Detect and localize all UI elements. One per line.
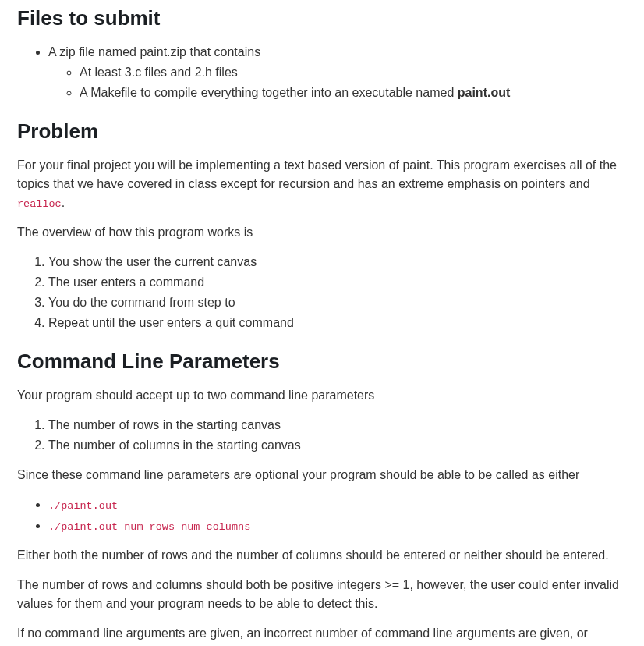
makefile-text: A Makefile to compile everything togethe… <box>80 86 458 99</box>
step-do-command: You do the command from step to <box>48 293 627 312</box>
step-enter-command: The user enters a command <box>48 273 627 292</box>
param-cols: The number of columns in the starting ca… <box>48 436 627 455</box>
cli-params-list: The number of rows in the starting canva… <box>17 416 627 455</box>
files-sub-cfiles: At least 3.c files and 2.h files <box>80 63 627 82</box>
files-sublist: At least 3.c files and 2.h files A Makef… <box>48 63 627 102</box>
files-item-zip-text: A zip file named paint.zip that contains <box>48 45 260 59</box>
problem-intro-post: . <box>62 196 65 209</box>
step-show-canvas: You show the user the current canvas <box>48 253 627 272</box>
step-repeat: Repeat until the user enters a quit comm… <box>48 314 627 332</box>
problem-overview: The overview of how this program works i… <box>17 223 627 242</box>
cli-heading: Command Line Parameters <box>17 346 627 377</box>
files-item-zip: A zip file named paint.zip that contains… <box>48 43 627 102</box>
call-noargs-code: ./paint.out <box>48 500 118 512</box>
paint-out-bold: paint.out <box>458 86 511 99</box>
cli-optional: Since these command line parameters are … <box>17 466 627 484</box>
files-sub-makefile: A Makefile to compile everything togethe… <box>80 83 627 102</box>
call-noargs: ./paint.out <box>48 495 627 514</box>
cli-both-or-neither: Either both the number of rows and the n… <box>17 546 627 565</box>
problem-intro: For your final project you will be imple… <box>17 156 627 212</box>
param-rows: The number of rows in the starting canva… <box>48 416 627 435</box>
problem-intro-pre: For your final project you will be imple… <box>17 158 617 190</box>
cli-default: If no command line arguments are given, … <box>17 624 627 646</box>
call-withargs-code: ./paint.out num_rows num_columns <box>48 521 250 533</box>
files-list: A zip file named paint.zip that contains… <box>17 43 627 102</box>
cli-intro: Your program should accept up to two com… <box>17 386 627 405</box>
realloc-code: realloc <box>17 198 62 210</box>
cli-positive-ints: The number of rows and columns should bo… <box>17 576 627 613</box>
cli-calls-list: ./paint.out ./paint.out num_rows num_col… <box>17 495 627 535</box>
problem-steps: You show the user the current canvas The… <box>17 253 627 332</box>
problem-heading: Problem <box>17 116 627 147</box>
call-withargs: ./paint.out num_rows num_columns <box>48 516 627 535</box>
files-heading: Files to submit <box>17 3 627 34</box>
